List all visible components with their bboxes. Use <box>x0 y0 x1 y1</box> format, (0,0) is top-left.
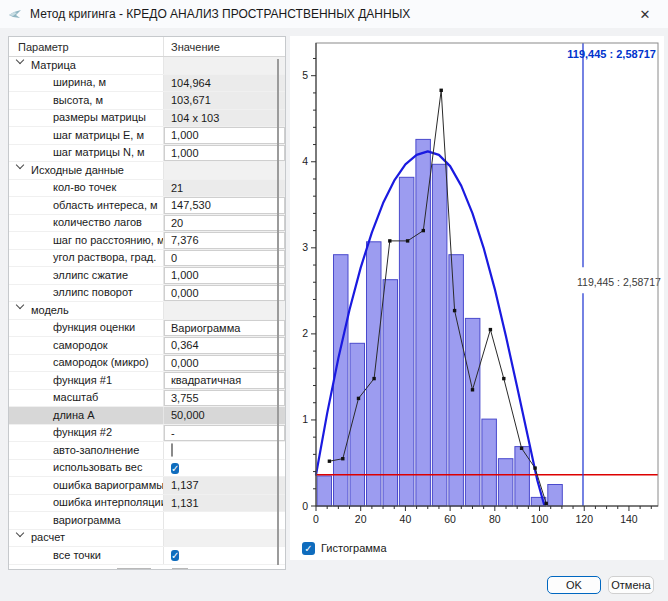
row-label: длина A <box>9 407 164 424</box>
table-row[interactable] <box>9 565 285 571</box>
row-label: функция #1 <box>9 372 164 389</box>
row-label: шаг матрицы E, м <box>9 127 164 144</box>
table-row[interactable]: ошибка интерполяции1,131 <box>9 495 285 513</box>
row-value <box>164 57 285 74</box>
table-scrollbar[interactable] <box>277 59 279 565</box>
table-row[interactable]: угол раствора, град.0 <box>9 250 285 268</box>
chevron-down-icon[interactable] <box>17 57 24 64</box>
row-value[interactable]: 0,000 <box>164 355 285 372</box>
table-row[interactable]: количество лагов20 <box>9 215 285 233</box>
row-label: самородок <box>9 337 164 354</box>
table-row[interactable]: масштаб3,755 <box>9 390 285 408</box>
histogram-checkbox[interactable]: ✓ <box>302 542 315 555</box>
table-row[interactable]: шаг по расстоянию, м7,376 <box>9 232 285 250</box>
table-row[interactable]: ширина, м104,964 <box>9 75 285 93</box>
table-row[interactable]: все точки✓ <box>9 547 285 565</box>
table-rows: Матрицаширина, м104,964высота, м103,671р… <box>9 57 285 570</box>
table-row[interactable]: использовать вес✓ <box>9 460 285 478</box>
row-label: авто-заполнение <box>9 442 164 459</box>
table-group-row[interactable]: Матрица <box>9 57 285 75</box>
chevron-down-icon[interactable] <box>17 530 24 537</box>
row-value[interactable]: 1,000 <box>164 267 285 284</box>
svg-text:100: 100 <box>531 513 549 525</box>
row-value[interactable]: Вариограмма <box>164 320 285 337</box>
table-row[interactable]: шаг матрицы N, м1,000 <box>9 145 285 163</box>
svg-text:5: 5 <box>302 69 308 81</box>
table-row[interactable]: размеры матрицы104 x 103 <box>9 110 285 128</box>
ok-button[interactable]: OK <box>547 576 601 594</box>
row-value <box>164 530 285 547</box>
svg-text:0: 0 <box>313 513 319 525</box>
table-header: Параметр Значение <box>9 37 285 57</box>
chevron-down-icon[interactable] <box>17 162 24 169</box>
variogram-chart[interactable]: 119,445 : 2,58717119,445 : 2,58717020406… <box>290 36 664 534</box>
row-value <box>164 162 285 179</box>
app-icon <box>8 7 22 21</box>
row-value[interactable]: квадратичная <box>164 372 285 389</box>
row-label: вариограмма <box>9 512 164 529</box>
row-value[interactable]: 3,755 <box>164 390 285 407</box>
row-value: 104,964 <box>164 75 285 92</box>
table-row[interactable]: шаг матрицы E, м1,000 <box>9 127 285 145</box>
row-checkbox-cell[interactable]: ✓ <box>164 460 285 477</box>
column-header-parameter: Параметр <box>9 37 164 56</box>
svg-text:60: 60 <box>444 513 456 525</box>
row-label: угол раствора, град. <box>9 250 164 267</box>
svg-text:4: 4 <box>302 155 308 167</box>
crosshair: 119,445 : 2,58717 <box>577 43 661 506</box>
row-value[interactable]: - <box>164 425 285 442</box>
svg-text:120: 120 <box>575 513 593 525</box>
cancel-button[interactable]: Отмена <box>608 576 654 594</box>
svg-text:119,445 : 2,58717: 119,445 : 2,58717 <box>567 48 656 60</box>
histogram-bars <box>317 139 562 506</box>
row-checkbox-cell[interactable] <box>164 442 285 459</box>
row-label: функция оценки <box>9 320 164 337</box>
row-value[interactable]: 7,376 <box>164 232 285 249</box>
table-group-row[interactable]: расчет <box>9 530 285 548</box>
table-row[interactable]: высота, м103,671 <box>9 92 285 110</box>
row-label: размеры матрицы <box>9 110 164 127</box>
table-row[interactable]: длина A50,000 <box>9 407 285 425</box>
table-row[interactable]: ошибка вариограммы1,137 <box>9 477 285 495</box>
checkbox-checked[interactable]: ✓ <box>171 550 179 561</box>
window-title: Метод кригинга - КРЕДО АНАЛИЗ ПРОСТРАНСТ… <box>30 7 410 21</box>
svg-text:0: 0 <box>302 500 308 512</box>
table-row[interactable]: функция #2- <box>9 425 285 443</box>
row-value[interactable]: 147,530 <box>164 197 285 214</box>
table-row[interactable]: кол-во точек21 <box>9 180 285 198</box>
row-label: кол-во точек <box>9 180 164 197</box>
row-value[interactable]: 0,364 <box>164 337 285 354</box>
table-row[interactable]: эллипс сжатие1,000 <box>9 267 285 285</box>
row-label: высота, м <box>9 92 164 109</box>
table-row[interactable]: вариограмма <box>9 512 285 530</box>
table-row[interactable]: самородок0,364 <box>9 337 285 355</box>
row-value[interactable]: 1,000 <box>164 145 285 162</box>
table-row[interactable]: функция #1квадратичная <box>9 372 285 390</box>
row-checkbox-cell[interactable]: ✓ <box>164 547 285 564</box>
table-group-row[interactable]: Исходные данные <box>9 162 285 180</box>
row-value[interactable]: 1,000 <box>164 127 285 144</box>
table-row[interactable]: функция оценкиВариограмма <box>9 320 285 338</box>
chevron-down-icon[interactable] <box>17 302 24 309</box>
table-row[interactable]: самородок (микро)0,000 <box>9 355 285 373</box>
checkbox-checked[interactable]: ✓ <box>171 463 179 474</box>
row-label: ошибка вариограммы <box>9 477 164 494</box>
crosshair-label: 119,445 : 2,58717 <box>577 276 661 288</box>
table-row[interactable]: авто-заполнение <box>9 442 285 460</box>
table-group-row[interactable]: модель <box>9 302 285 320</box>
row-label: Матрица <box>9 57 164 74</box>
checkbox-unchecked[interactable] <box>171 443 173 457</box>
row-value[interactable]: 0 <box>164 250 285 267</box>
row-value[interactable]: 0,000 <box>164 285 285 302</box>
table-row[interactable]: эллипс поворот0,000 <box>9 285 285 303</box>
row-value: 21 <box>164 180 285 197</box>
row-value: 103,671 <box>164 92 285 109</box>
histogram-checkbox-label: Гистограмма <box>321 542 387 554</box>
row-label: эллипс сжатие <box>9 267 164 284</box>
row-value[interactable]: 20 <box>164 215 285 232</box>
row-value: 1,131 <box>164 495 285 512</box>
close-icon[interactable]: ✕ <box>622 0 668 28</box>
histogram-toggle[interactable]: ✓ Гистограмма <box>302 540 387 555</box>
table-row[interactable]: область интереса, м147,530 <box>9 197 285 215</box>
row-label: масштаб <box>9 390 164 407</box>
